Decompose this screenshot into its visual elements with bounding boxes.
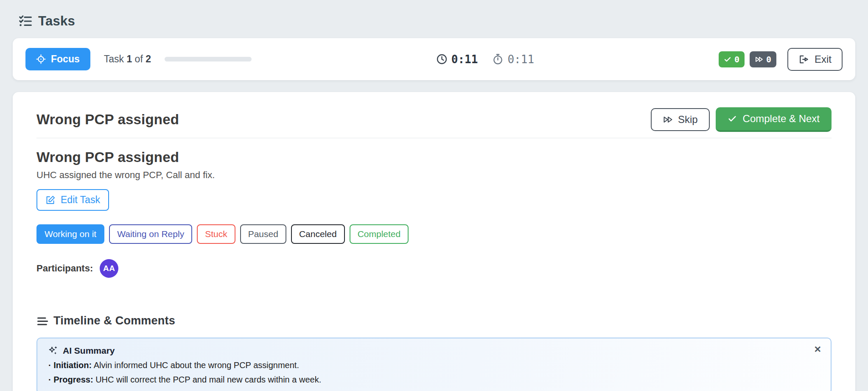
status-working-on-it-button[interactable]: Working on it (36, 224, 104, 244)
exit-button-label: Exit (815, 53, 832, 65)
task-header-row: Wrong PCP assigned Skip Complete & Next (36, 107, 832, 132)
task-detail-title: Wrong PCP assigned (36, 149, 832, 165)
close-icon[interactable]: ✕ (814, 344, 821, 355)
status-waiting-on-reply-button[interactable]: Waiting on Reply (109, 224, 192, 244)
tasks-checklist-icon (19, 14, 32, 28)
status-canceled-button[interactable]: Canceled (291, 224, 345, 244)
focus-bar-right: 0 0 Exit (719, 48, 843, 71)
timeline-heading-label: Timeline & Comments (53, 314, 175, 327)
task-counter-current: 1 (126, 53, 132, 64)
ai-summary-line-label: · Initiation: (48, 360, 92, 370)
divider (36, 138, 832, 138)
task-progress-bar (165, 57, 252, 61)
stopwatch-icon (492, 53, 504, 65)
task-title: Wrong PCP assigned (36, 112, 179, 128)
check-icon (724, 56, 731, 63)
completed-count-value: 0 (734, 54, 739, 64)
crosshair-icon (36, 54, 46, 64)
focus-bar: Focus Task 1 of 2 0:11 (13, 38, 855, 80)
page-title: Tasks (38, 14, 75, 29)
skipped-count-badge: 0 (750, 51, 776, 67)
skip-button-label: Skip (678, 114, 698, 126)
ai-summary-line: · Progress: UHC will correct the PCP and… (48, 375, 805, 385)
focus-button-label: Focus (51, 53, 80, 65)
focus-bar-left: Focus Task 1 of 2 (25, 48, 252, 70)
task-description: UHC assigned the wrong PCP, Call and fix… (36, 170, 832, 181)
status-button-row: Working on it Waiting on Reply Stuck Pau… (36, 224, 832, 244)
complete-next-button-label: Complete & Next (743, 113, 820, 125)
completed-count-badge: 0 (719, 51, 745, 67)
task-counter-word: Task (104, 53, 124, 64)
timeline-lines-icon (36, 315, 48, 327)
check-icon (728, 114, 737, 123)
fast-forward-icon (663, 115, 673, 125)
clock-icon (436, 53, 448, 65)
participants-row: Participants: AA (36, 259, 832, 278)
status-paused-button[interactable]: Paused (240, 224, 286, 244)
task-counter-of: of (135, 53, 143, 64)
exit-button[interactable]: Exit (787, 48, 843, 71)
sparkles-icon (48, 346, 59, 356)
status-stuck-button[interactable]: Stuck (197, 224, 235, 244)
fast-forward-icon (755, 55, 763, 64)
elapsed-timer: 0:11 (436, 53, 478, 66)
focus-bar-timers: 0:11 0:11 (436, 53, 534, 66)
ai-summary-line-text: UHC will correct the PCP and mail new ca… (93, 375, 322, 384)
ai-summary-title: AI Summary (63, 346, 115, 356)
task-counter-total: 2 (146, 53, 151, 64)
exit-icon (798, 54, 809, 65)
ai-summary-line: · Initiation: Alvin informed UHC about t… (48, 360, 805, 370)
skip-button[interactable]: Skip (651, 108, 710, 131)
complete-next-button[interactable]: Complete & Next (716, 107, 832, 132)
focus-button[interactable]: Focus (25, 48, 90, 70)
edit-task-button[interactable]: Edit Task (36, 189, 109, 211)
task-timer-value: 0:11 (507, 53, 534, 66)
elapsed-timer-value: 0:11 (451, 53, 478, 66)
edit-pencil-icon (45, 195, 56, 205)
ai-summary-box: AI Summary · Initiation: Alvin informed … (36, 338, 832, 391)
task-counter: Task 1 of 2 (104, 53, 151, 65)
edit-task-button-label: Edit Task (61, 194, 100, 206)
ai-summary-line-text: Alvin informed UHC about the wrong PCP a… (92, 360, 299, 370)
status-completed-button[interactable]: Completed (350, 224, 409, 244)
app-header: Tasks (0, 0, 868, 33)
timeline-heading: Timeline & Comments (36, 314, 832, 327)
task-card: Wrong PCP assigned Skip Complete & Next (13, 92, 855, 391)
ai-summary-title-row: AI Summary (48, 346, 805, 356)
participants-label: Participants: (36, 263, 93, 274)
skipped-count-value: 0 (766, 54, 771, 64)
ai-summary-line-label: · Progress: (48, 375, 93, 384)
task-timer: 0:11 (492, 53, 534, 66)
task-header-actions: Skip Complete & Next (651, 107, 832, 132)
participant-avatar[interactable]: AA (100, 259, 118, 278)
